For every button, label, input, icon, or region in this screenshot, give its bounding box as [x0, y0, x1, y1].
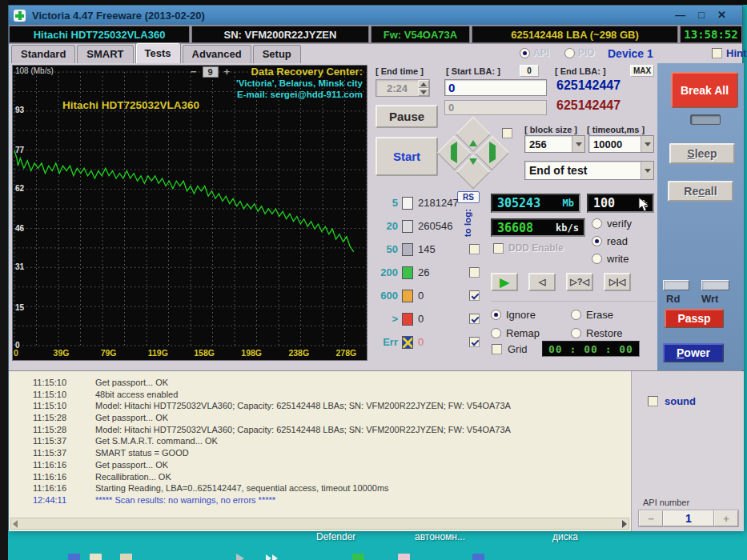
grid-checkbox-group[interactable]: Grid: [492, 343, 528, 355]
histogram-log-checkbox[interactable]: [469, 314, 480, 324]
nav-option-checkbox[interactable]: [502, 128, 512, 138]
title-bar[interactable]: Victoria 4.47 Freeware (2013-02-20) — □ …: [9, 6, 742, 25]
histogram-count: 2181247: [418, 197, 469, 209]
sleep-button[interactable]: Sleep: [669, 143, 735, 164]
tab-advanced[interactable]: Advanced: [183, 45, 251, 63]
block-size-select[interactable]: 256: [524, 135, 585, 153]
taskbar-icon[interactable]: [68, 554, 80, 560]
current-lba-input[interactable]: 0: [444, 100, 547, 115]
log-horizontal-scrollbar[interactable]: [10, 518, 629, 530]
histogram-log-checkbox[interactable]: [469, 290, 480, 301]
ddd-enable-checkbox[interactable]: [493, 243, 504, 254]
start-button[interactable]: Start: [376, 137, 438, 176]
scan-find-button[interactable]: ▷?◁: [566, 273, 593, 291]
histogram-color-swatch: [402, 243, 413, 256]
desktop-icon-label[interactable]: автономн...: [415, 531, 465, 542]
sound-checkbox-group[interactable]: sound: [648, 395, 696, 407]
pio-radio[interactable]: PIO: [564, 47, 595, 58]
histogram-log-checkbox[interactable]: [469, 337, 480, 347]
api-number-increment-button[interactable]: +: [714, 510, 738, 526]
log-time: 11:16:16: [33, 483, 89, 493]
histogram-color-swatch: [402, 266, 413, 279]
mouse-cursor: [638, 197, 651, 213]
log-panel[interactable]: 11:15:10Get passport... OK11:15:1048bit …: [9, 371, 632, 531]
radio-label: read: [607, 235, 628, 247]
ddd-enable-group[interactable]: DDD Enable: [493, 242, 564, 254]
log-entry: 11:15:1048bit access enabled: [9, 390, 631, 402]
radio-read[interactable]: read: [592, 234, 632, 247]
scan-edge-button[interactable]: ▷|◁: [604, 273, 631, 291]
close-button[interactable]: ✕: [717, 10, 726, 21]
zoom-out-button[interactable]: −: [191, 66, 197, 78]
taskbar-icon[interactable]: [90, 554, 102, 560]
taskbar-icon[interactable]: [352, 554, 364, 560]
y-axis-tick-label: 31: [15, 262, 24, 271]
timeout-select[interactable]: 10000: [588, 135, 654, 153]
tab-tests[interactable]: Tests: [135, 42, 181, 63]
tab-bar-tabs: StandardSMARTTestsAdvancedSetup: [11, 42, 303, 63]
radio-write[interactable]: write: [592, 252, 632, 265]
end-time-down-button[interactable]: [418, 88, 429, 96]
taskbar-chevron-icon[interactable]: [272, 554, 278, 560]
hints-checkbox-group[interactable]: Hints: [712, 47, 747, 59]
grid-checkbox[interactable]: [492, 344, 502, 354]
sound-label: sound: [665, 395, 696, 407]
zoom-in-button[interactable]: +: [224, 66, 231, 78]
taskbar-play-icon[interactable]: [236, 554, 244, 560]
power-button[interactable]: Power: [663, 343, 724, 362]
pause-button[interactable]: Pause: [376, 105, 438, 128]
radio-remap[interactable]: Remap: [491, 326, 571, 339]
sound-checkbox[interactable]: [648, 396, 658, 406]
radio-ignore[interactable]: Ignore: [491, 308, 571, 321]
histogram-row: 20026: [374, 266, 488, 279]
taskbar-chevron-icon[interactable]: [266, 554, 271, 560]
end-time-spinner[interactable]: 2:24: [376, 79, 430, 97]
minimize-button[interactable]: —: [675, 10, 685, 21]
device-selector[interactable]: Device 1: [608, 47, 653, 60]
mode-radio-group: verifyreadwrite: [592, 217, 632, 265]
radio-restore[interactable]: Restore: [571, 326, 659, 339]
end-lba-max-button[interactable]: MAX: [630, 65, 654, 77]
api-radio[interactable]: API: [520, 47, 549, 58]
end-time-up-button[interactable]: [418, 80, 429, 88]
break-all-button[interactable]: Break All: [671, 72, 738, 108]
desktop-icon-label[interactable]: Defender: [316, 531, 355, 542]
maximize-button[interactable]: □: [698, 10, 705, 21]
timeout-label: [ timeout,ms ]: [587, 125, 645, 134]
dropdown-arrow-icon[interactable]: [641, 136, 653, 152]
banner-title: Data Recovery Center:: [236, 66, 363, 78]
dropdown-arrow-icon[interactable]: [572, 136, 584, 152]
tab-standard[interactable]: Standard: [11, 45, 75, 63]
y-axis-unit-label: 108 (Mb/s): [15, 66, 54, 75]
passport-button[interactable]: Passp: [665, 309, 724, 328]
recall-button[interactable]: Recall: [668, 181, 733, 202]
x-axis-tick-label: 0: [14, 348, 18, 358]
start-lba-zero-button[interactable]: 0: [520, 65, 539, 77]
histogram-log-checkbox[interactable]: [469, 267, 480, 278]
histogram-count: 26: [418, 266, 469, 278]
scan-reverse-button[interactable]: ◁: [528, 273, 556, 291]
histogram-threshold-label: 600: [374, 290, 398, 302]
tab-setup[interactable]: Setup: [253, 45, 301, 63]
desktop-icon-label[interactable]: диска: [552, 531, 578, 542]
radio-erase[interactable]: Erase: [571, 308, 659, 321]
log-time: 11:15:28: [33, 425, 89, 434]
scan-forward-button[interactable]: ▶: [491, 273, 518, 291]
tab-smart[interactable]: SMART: [77, 45, 133, 63]
dropdown-arrow-icon[interactable]: [641, 162, 653, 179]
hints-checkbox[interactable]: [712, 48, 722, 58]
histogram-log-checkbox[interactable]: [469, 244, 480, 254]
start-lba-input[interactable]: 0: [444, 79, 547, 96]
speed-graph: 108 (Mb/s) − 9 + Data Recovery Center: '…: [12, 65, 367, 361]
scroll-right-icon[interactable]: [622, 520, 627, 528]
taskbar-icon[interactable]: [398, 554, 410, 560]
taskbar-icon[interactable]: [472, 554, 484, 560]
log-entry: 11:15:37Get S.M.A.R.T. command... OK: [9, 436, 631, 448]
end-action-select[interactable]: End of test: [524, 161, 654, 180]
radio-verify[interactable]: verify: [592, 217, 632, 230]
scroll-left-icon[interactable]: [13, 520, 18, 528]
navigation-pad: [437, 117, 510, 190]
position-lcd: 305243 Mb: [491, 194, 580, 213]
taskbar-icon[interactable]: [120, 554, 132, 560]
api-number-decrement-button[interactable]: −: [639, 510, 663, 526]
